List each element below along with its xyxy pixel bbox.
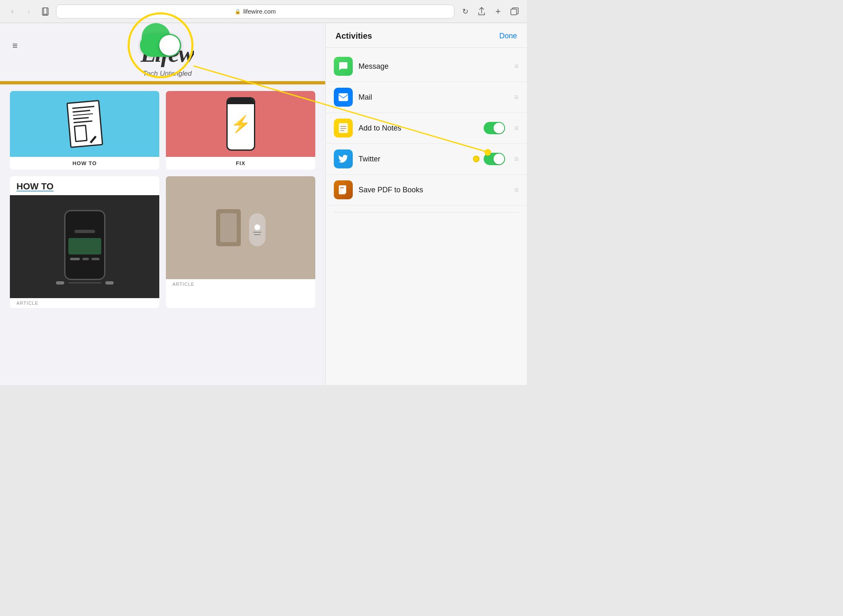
twitter-label: Twitter xyxy=(359,155,467,163)
twitter-icon xyxy=(334,149,353,168)
mail-label: Mail xyxy=(359,93,505,102)
top-card-grid: HOW TO ⚡ FIX xyxy=(0,91,325,176)
activity-save-pdf[interactable]: Save PDF to Books ≡ xyxy=(326,175,527,205)
lower-article-section: HOW TO xyxy=(0,176,325,315)
fix-card-image: ⚡ xyxy=(166,91,315,157)
url-text: lifewire.com xyxy=(243,8,276,15)
article1-image xyxy=(10,195,159,298)
browser-toolbar: ‹ › 🔒 lifewire.com ↻ + xyxy=(0,0,527,23)
fix-label: FIX xyxy=(166,157,315,170)
activity-twitter[interactable]: Twitter ≡ xyxy=(326,144,527,175)
activity-list: Message ≡ Mail ≡ xyxy=(326,48,527,209)
fix-card[interactable]: ⚡ FIX xyxy=(166,91,315,170)
forward-button[interactable]: › xyxy=(23,6,35,17)
green-circle-decoration xyxy=(142,23,170,52)
bookmarks-button[interactable] xyxy=(40,6,51,17)
share-button[interactable] xyxy=(476,6,487,17)
message-drag-handle[interactable]: ≡ xyxy=(514,62,519,71)
gold-bar xyxy=(0,81,325,84)
activity-mail[interactable]: Mail ≡ xyxy=(326,82,527,113)
twitter-toggle-container xyxy=(473,153,505,165)
save-pdf-drag-handle[interactable]: ≡ xyxy=(514,186,519,194)
article-card-1[interactable]: HOW TO xyxy=(10,176,159,308)
site-tagline: Tech Untangled xyxy=(85,70,249,78)
mail-drag-handle[interactable]: ≡ xyxy=(514,93,519,102)
article1-title: HOW TO xyxy=(16,181,54,191)
save-pdf-label: Save PDF to Books xyxy=(359,186,505,194)
done-button[interactable]: Done xyxy=(499,32,517,40)
notes-toggle-container xyxy=(484,122,505,134)
activities-panel: Activities Done Message ≡ xyxy=(325,23,527,385)
svg-rect-2 xyxy=(339,93,348,101)
notes-drag-handle[interactable]: ≡ xyxy=(514,124,519,133)
notes-toggle-knob xyxy=(494,123,504,133)
activities-title: Activities xyxy=(335,31,372,41)
article1-type: ARTICLE xyxy=(10,298,159,308)
back-button[interactable]: ‹ xyxy=(7,6,18,17)
message-icon xyxy=(334,57,353,76)
activities-header: Activities Done xyxy=(326,23,527,48)
tabs-button[interactable] xyxy=(509,6,520,17)
hamburger-menu[interactable]: ≡ xyxy=(12,40,18,51)
new-tab-button[interactable]: + xyxy=(492,6,504,17)
lock-icon: 🔒 xyxy=(235,9,241,14)
twitter-yellow-dot xyxy=(473,156,480,162)
mail-icon xyxy=(334,88,353,107)
svg-rect-3 xyxy=(339,123,348,133)
how-to-label: HOW TO xyxy=(10,157,159,170)
twitter-drag-handle[interactable]: ≡ xyxy=(514,155,519,163)
how-to-card[interactable]: HOW TO xyxy=(10,91,159,170)
website-area: ≡ Lifew Tech Untangled xyxy=(0,23,325,385)
books-icon xyxy=(334,180,353,199)
twitter-toggle[interactable] xyxy=(484,153,505,165)
article2-image xyxy=(166,176,315,279)
notes-icon xyxy=(334,119,353,138)
add-to-notes-label: Add to Notes xyxy=(359,124,478,133)
article2-type: ARTICLE xyxy=(166,279,315,289)
main-content: ≡ Lifew Tech Untangled xyxy=(0,23,527,385)
message-label: Message xyxy=(359,62,505,71)
svg-rect-1 xyxy=(511,9,517,15)
how-to-card-image xyxy=(10,91,159,157)
notes-toggle[interactable] xyxy=(484,122,505,134)
reload-button[interactable]: ↻ xyxy=(459,6,471,17)
article-card-2[interactable]: ARTICLE xyxy=(166,176,315,308)
activity-add-to-notes[interactable]: Add to Notes ≡ xyxy=(326,113,527,144)
address-bar[interactable]: 🔒 lifewire.com xyxy=(56,5,454,19)
panel-divider xyxy=(334,212,519,212)
activity-message[interactable]: Message ≡ xyxy=(326,51,527,82)
twitter-toggle-knob xyxy=(494,154,504,164)
